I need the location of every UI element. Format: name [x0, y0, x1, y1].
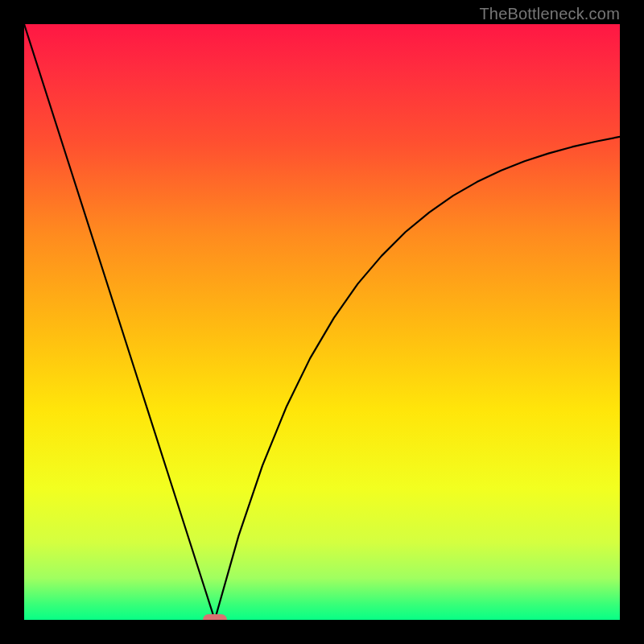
bottleneck-curve [24, 24, 620, 620]
optimum-marker [203, 614, 227, 620]
plot-area [24, 24, 620, 620]
watermark-text: TheBottleneck.com [479, 5, 620, 23]
chart-frame: TheBottleneck.com [0, 0, 644, 644]
